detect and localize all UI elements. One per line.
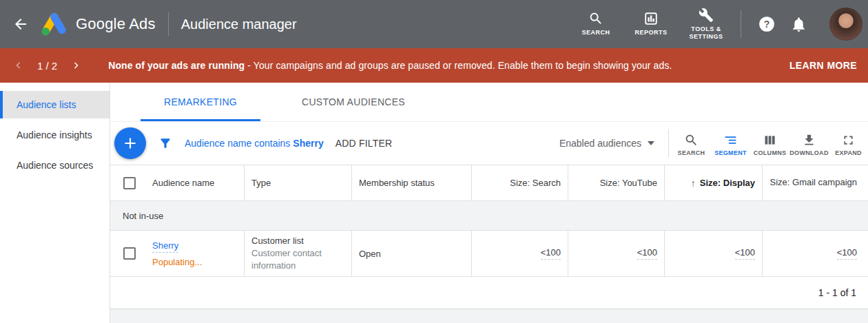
column-header-type[interactable]: Type — [245, 165, 352, 200]
size-search-cell: <100 — [472, 231, 568, 276]
segment-label: SEGMENT — [714, 149, 747, 156]
populating-status: Populating... — [152, 257, 202, 267]
column-header-membership-status[interactable]: Membership status — [352, 165, 472, 200]
back-arrow-icon[interactable] — [12, 16, 29, 32]
column-header-size-display-label: Size: Display — [700, 178, 755, 188]
add-audience-button[interactable] — [114, 127, 146, 159]
nav-reports-label: REPORTS — [634, 29, 667, 37]
audience-name-link[interactable]: Sherry — [152, 240, 178, 253]
columns-icon — [763, 133, 777, 147]
brand-name: Google Ads — [76, 15, 156, 33]
wrench-icon — [699, 8, 714, 23]
notifications-button[interactable] — [783, 16, 814, 33]
plus-icon — [121, 134, 139, 152]
add-filter-button[interactable]: ADD FILTER — [335, 138, 393, 149]
column-header-size-search[interactable]: Size: Search — [472, 165, 568, 200]
row-checkbox-cell — [110, 231, 149, 276]
topbar-divider — [168, 12, 169, 36]
type-value: Customer list — [251, 236, 304, 246]
sidebar-item-label: Audience sources — [17, 160, 93, 171]
active-filter-chip[interactable]: Audience name containsSherry — [185, 138, 324, 149]
tab-custom-audiences[interactable]: CUSTOM AUDIENCES — [278, 83, 428, 121]
help-icon: ? — [758, 15, 776, 33]
tab-label: CUSTOM AUDIENCES — [302, 96, 405, 107]
size-youtube-value: <100 — [637, 247, 657, 260]
download-button[interactable]: DOWNLOAD — [789, 131, 829, 156]
segment-button[interactable]: SEGMENT — [711, 131, 750, 156]
type-detail: Customer contact information — [251, 247, 351, 271]
size-search-value: <100 — [541, 247, 561, 260]
nav-tools-settings-button[interactable]: TOOLS & SETTINGS — [679, 8, 734, 41]
expand-icon — [841, 133, 856, 147]
toolbar-divider — [668, 129, 669, 157]
table-search-label: SEARCH — [678, 149, 705, 156]
topbar-divider — [741, 10, 741, 38]
learn-more-button[interactable]: LEARN MORE — [789, 60, 857, 71]
select-all-checkbox[interactable] — [123, 177, 136, 189]
alert-prev-icon[interactable] — [10, 61, 28, 70]
column-header-size-gmail[interactable]: Size: Gmail campaign — [763, 165, 868, 200]
audience-status-dropdown-value: Enabled audiences — [559, 138, 641, 149]
group-label: Not in-use — [123, 211, 163, 221]
user-avatar[interactable] — [829, 8, 862, 41]
ads-not-running-alert: 1 / 2 None of your ads are running - You… — [0, 48, 868, 83]
table-row: Sherry Populating... Customer list Custo… — [110, 231, 868, 277]
size-youtube-cell: <100 — [568, 231, 665, 276]
download-label: DOWNLOAD — [789, 149, 828, 156]
filter-label: Audience name contains — [185, 138, 290, 149]
sidebar-item-label: Audience lists — [17, 99, 76, 110]
sidebar-item-label: Audience insights — [17, 129, 92, 140]
page-title: Audience manager — [181, 17, 297, 32]
column-header-size-display[interactable]: ↑ Size: Display — [665, 165, 763, 200]
top-app-bar: Google Ads Audience manager SEARCH REPOR… — [0, 0, 868, 48]
sort-ascending-icon: ↑ — [691, 178, 696, 189]
download-icon — [802, 133, 816, 147]
tab-remarketing[interactable]: REMARKETING — [141, 83, 260, 121]
google-ads-logo-icon — [39, 11, 68, 37]
nav-reports-button[interactable]: REPORTS — [623, 11, 679, 37]
columns-label: COLUMNS — [754, 149, 787, 156]
table-header-row: Audience name Type Membership status Siz… — [110, 165, 868, 201]
reports-icon — [643, 11, 659, 26]
segment-icon — [723, 133, 738, 147]
sidebar-item-audience-insights[interactable]: Audience insights — [0, 121, 110, 149]
filter-value: Sherry — [293, 138, 323, 149]
filter-funnel-icon[interactable] — [158, 136, 172, 150]
audience-name-cell: Sherry Populating... — [149, 231, 245, 276]
table-toolbar: Audience name containsSherry ADD FILTER … — [110, 122, 868, 165]
row-checkbox[interactable] — [123, 247, 136, 260]
size-display-cell: <100 — [665, 231, 763, 276]
pagination-label: 1 - 1 of 1 — [818, 287, 856, 298]
membership-status-cell: Open — [352, 231, 472, 276]
main-panel: REMARKETING CUSTOM AUDIENCES Audience na… — [110, 83, 868, 323]
tab-strip: REMARKETING CUSTOM AUDIENCES — [110, 83, 868, 122]
search-icon — [684, 133, 699, 147]
bell-icon — [790, 16, 807, 33]
chevron-down-icon — [648, 141, 654, 145]
columns-button[interactable]: COLUMNS — [750, 131, 789, 156]
column-header-size-youtube[interactable]: Size: YouTube — [568, 165, 665, 200]
size-gmail-cell: <100 — [763, 231, 868, 276]
google-ads-logo[interactable]: Google Ads — [39, 11, 156, 37]
size-gmail-value: <100 — [837, 247, 857, 260]
alert-next-icon[interactable] — [67, 61, 85, 70]
alert-message-bold: None of your ads are running — [108, 60, 245, 71]
nav-search-label: SEARCH — [581, 29, 610, 37]
size-display-value: <100 — [735, 247, 755, 260]
tab-label: REMARKETING — [164, 96, 237, 107]
nav-search-button[interactable]: SEARCH — [568, 11, 623, 37]
alert-pager: 1 / 2 — [37, 60, 57, 72]
audience-status-dropdown[interactable]: Enabled audiences — [559, 138, 654, 149]
table-search-button[interactable]: SEARCH — [672, 131, 711, 156]
left-sidebar: Audience lists Audience insights Audienc… — [0, 83, 110, 323]
sidebar-item-audience-lists[interactable]: Audience lists — [0, 91, 110, 118]
expand-button[interactable]: EXPAND — [829, 131, 868, 156]
sidebar-item-audience-sources[interactable]: Audience sources — [0, 152, 110, 179]
table-footer: 1 - 1 of 1 — [110, 277, 868, 309]
type-cell: Customer list Customer contact informati… — [245, 231, 352, 276]
alert-message-rest: - Your campaigns and ad groups are pause… — [245, 60, 672, 71]
column-header-audience-name[interactable]: Audience name — [149, 165, 245, 200]
svg-text:?: ? — [764, 19, 770, 30]
nav-tools-settings-label: TOOLS & SETTINGS — [679, 25, 734, 41]
help-button[interactable]: ? — [751, 15, 783, 33]
